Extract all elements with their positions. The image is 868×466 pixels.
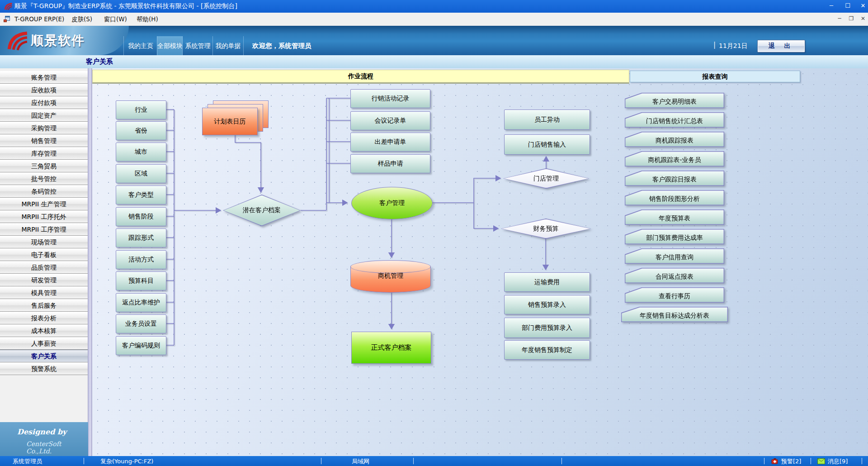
flow-diamond-finance-budget[interactable]: 财务预算: [501, 219, 591, 239]
report-card-annual-budget[interactable]: 年度预算表: [625, 209, 724, 225]
flow-box-customer-type[interactable]: 客户类型: [116, 185, 166, 204]
designed-by-text: Designed by: [17, 428, 66, 436]
sidebar-item-report-analysis[interactable]: 报表分析: [0, 312, 88, 324]
alert-icon[interactable]: [771, 458, 778, 464]
status-separator: [413, 458, 414, 464]
sidebar-item-fixed-assets[interactable]: 固定资产: [0, 109, 88, 122]
message-icon[interactable]: [817, 458, 825, 464]
sidebar-item-mrp2-production[interactable]: MRPII 生产管理: [0, 198, 88, 210]
menu-item-help[interactable]: 帮助(H): [137, 15, 158, 24]
status-separator: [84, 458, 84, 464]
flow-box-sales-budget-entry[interactable]: 销售预算录入: [504, 295, 590, 314]
menu-item-tgroup-erp[interactable]: T-GROUP ERP(E): [14, 15, 64, 23]
menu-item-window[interactable]: 窗口(W): [104, 15, 127, 24]
report-card-store-sales-summary[interactable]: 门店销售统计汇总表: [625, 112, 724, 128]
sidebar-item-lot-control[interactable]: 批号管控: [0, 172, 88, 185]
sidebar-item-mold[interactable]: 模具管理: [0, 286, 88, 299]
sidebar-item-sales[interactable]: 销售管理: [0, 134, 88, 147]
sidebar-item-quality[interactable]: 品质管理: [0, 261, 88, 274]
report-card-customer-transactions[interactable]: 客户交易明细表: [625, 93, 724, 108]
flow-box-plan-calendar[interactable]: 计划表日历: [202, 108, 258, 135]
sidebar-item-hr-payroll[interactable]: 人事薪资: [0, 337, 88, 350]
designed-by-panel: Designed by CenterSoft Co.,Ltd.: [0, 422, 88, 456]
flow-box-sample-request[interactable]: 样品申请: [350, 154, 430, 173]
mdi-close-icon[interactable]: ✕: [858, 15, 868, 22]
sidebar-item-payables[interactable]: 应付款项: [0, 96, 88, 109]
sidebar-item-mrp2-process[interactable]: MRPII 工序管理: [0, 223, 88, 236]
flow-diamond-store-mgmt[interactable]: 门店管理: [503, 168, 589, 189]
flow-box-marketing-activity[interactable]: 行销活动记录: [350, 89, 430, 108]
flow-ellipse-customer-mgmt[interactable]: 客户管理: [351, 187, 433, 219]
flow-box-budget-subject[interactable]: 预算科目: [116, 271, 166, 290]
workflow-canvas: 作业流程 报表查询: [92, 68, 868, 456]
report-card-sales-stage-graph[interactable]: 销售阶段图形分析: [625, 190, 724, 205]
flow-box-store-sales-entry[interactable]: 门店销售输入: [504, 134, 590, 155]
status-host: 复杂(Young-PC:FZ): [100, 457, 153, 466]
form-icon: [3, 15, 10, 23]
report-card-opportunity-by-salesman[interactable]: 商机跟踪表-业务员: [625, 151, 724, 166]
window-close-icon[interactable]: ✕: [857, 2, 868, 9]
tab-system-mgmt[interactable]: 系统管理: [182, 36, 213, 55]
sidebar-item-accounting[interactable]: 账务管理: [0, 71, 88, 84]
mdi-restore-icon[interactable]: ❐: [846, 15, 856, 22]
sidebar-item-rnd[interactable]: 研发管理: [0, 274, 88, 286]
flow-box-dept-expense-budget[interactable]: 部门费用预算录入: [504, 318, 590, 338]
sidebar-item-alert-system[interactable]: 预警系统: [0, 362, 88, 375]
flow-box-industry[interactable]: 行业: [116, 100, 166, 119]
window-title: 顺景『T-GROUP』制造业ERP系统 - 东莞顺景软件科技有限公司 - [系统…: [14, 2, 237, 10]
flow-box-transport-cost[interactable]: 运输费用: [504, 272, 590, 292]
mdi-minimize-icon[interactable]: ─: [835, 15, 844, 22]
flow-box-customer-code-rule[interactable]: 客户编码规则: [116, 336, 166, 355]
window-maximize-icon[interactable]: ☐: [842, 2, 854, 9]
sidebar-item-receivables[interactable]: 应收款项: [0, 84, 88, 96]
status-separator: [561, 458, 562, 464]
report-card-annual-sales-target[interactable]: 年度销售目标达成分析表: [621, 307, 728, 322]
tab-all-modules[interactable]: 全部模块: [157, 36, 183, 55]
report-card-opportunity-tracking[interactable]: 商机跟踪报表: [625, 132, 724, 147]
sidebar-item-barcode[interactable]: 条码管控: [0, 185, 88, 198]
flow-box-city[interactable]: 城市: [116, 143, 166, 162]
report-card-contract-rebate[interactable]: 合同返点报表: [625, 268, 724, 283]
sidebar-item-shopfloor[interactable]: 现场管理: [0, 236, 88, 248]
flow-box-employee-change[interactable]: 员工异动: [504, 109, 590, 130]
flow-box-province[interactable]: 省份: [116, 121, 166, 140]
flow-box-formal-customer[interactable]: 正式客户档案: [351, 332, 431, 364]
sidebar-item-purchasing[interactable]: 采购管理: [0, 122, 88, 134]
flow-box-tracking-form[interactable]: 跟踪形式: [116, 228, 166, 247]
flow-cylinder-opportunity-mgmt[interactable]: 商机管理: [350, 260, 431, 293]
flow-box-sales-stage[interactable]: 销售阶段: [116, 207, 166, 226]
flow-box-salesman-setup[interactable]: 业务员设置: [116, 314, 166, 333]
status-separator: [811, 458, 811, 464]
status-separator: [764, 458, 764, 464]
logout-button[interactable]: 退 出: [757, 40, 805, 52]
report-card-view-calendar[interactable]: 查看行事历: [625, 287, 724, 303]
flow-box-rebate-rate[interactable]: 返点比率维护: [116, 293, 166, 312]
flow-box-travel-request[interactable]: 出差申请单: [350, 133, 430, 152]
sidebar-item-customer-relations[interactable]: 客户关系: [0, 350, 88, 362]
status-separator: [321, 458, 321, 464]
status-alert[interactable]: 预警[2]: [781, 457, 801, 466]
sidebar-item-after-sales[interactable]: 售后服务: [0, 299, 88, 312]
window-minimize-icon[interactable]: ─: [826, 2, 837, 9]
report-card-customer-daily[interactable]: 客户跟踪日报表: [625, 171, 724, 186]
tab-my-home[interactable]: 我的主页: [123, 36, 157, 55]
menu-item-skin[interactable]: 皮肤(S): [71, 15, 92, 24]
sidebar-item-costing[interactable]: 成本核算: [0, 324, 88, 337]
brand-zone: 顺景软件: [0, 26, 129, 55]
flow-box-activity-mode[interactable]: 活动方式: [116, 250, 166, 269]
sidebar-splitter[interactable]: [88, 68, 92, 456]
tab-my-documents[interactable]: 我的单据: [212, 36, 244, 55]
sidebar-item-mrp2-outsourcing[interactable]: MRPII 工序托外: [0, 210, 88, 223]
sidebar-item-kanban[interactable]: 电子看板: [0, 248, 88, 261]
sidebar-item-inventory[interactable]: 库存管理: [0, 147, 88, 160]
flow-box-region[interactable]: 区域: [116, 164, 166, 183]
date-separator: |: [713, 41, 716, 49]
flow-diamond-potential-customer[interactable]: 潜在客户档案: [223, 195, 301, 226]
sidebar-item-triangle-trade[interactable]: 三角贸易: [0, 160, 88, 172]
flow-box-meeting-record[interactable]: 会议记录单: [350, 111, 430, 130]
report-card-dept-budget-rate[interactable]: 部门预算费用达成率: [625, 229, 724, 244]
flow-box-annual-sales-budget[interactable]: 年度销售预算制定: [504, 340, 590, 360]
report-card-customer-credit[interactable]: 客户信用查询: [625, 248, 724, 264]
status-message[interactable]: 消息[9]: [828, 457, 848, 466]
current-date: 11月21日: [719, 42, 748, 50]
